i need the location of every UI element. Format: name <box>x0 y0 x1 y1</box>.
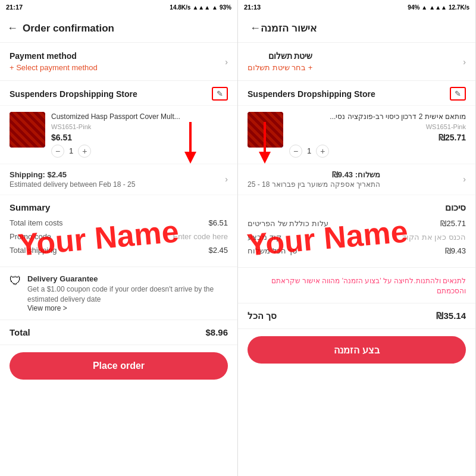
delivery-desc-right: לתנאים ולהתנות.לחיצה על 'בצוע הזמנה' מהו… <box>248 276 466 296</box>
total-value-right: ₪35.14 <box>436 311 466 321</box>
promo-value-left[interactable]: Enter code here <box>173 232 228 241</box>
total-row-right: סך הכל ₪35.14 <box>238 303 475 329</box>
total-shipping-value-left: $2.45 <box>208 246 228 255</box>
status-icons-left: 14.8K/s ▲▲▲ ▲ 93% <box>170 4 231 11</box>
product-name-left: Customized Hasp Passport Cover Mult... <box>51 112 228 122</box>
item-costs-row-left: Total item costs $6.51 <box>10 218 228 227</box>
shipping-chevron-left: › <box>225 174 228 184</box>
product-price-right: ₪25.71 <box>289 133 466 142</box>
battery-right: 94% <box>408 4 419 11</box>
promo-label-right: קוד מבצע <box>248 233 281 242</box>
store-name-left: Suspenders Dropshipping Store <box>10 89 137 99</box>
delivery-text-left: Delivery Guarantee Get a $1.00 coupon co… <box>27 274 228 313</box>
summary-section-left: Summary Total item costs $6.51 Promo cod… <box>0 195 237 267</box>
total-value-left: $8.96 <box>205 327 228 337</box>
item-costs-row-right: עלות כוללת של הפריטים ₪25.71 <box>248 219 466 228</box>
total-shipping-row-left: Total shipping $2.45 <box>10 246 228 255</box>
product-image-left <box>10 112 45 148</box>
store-header-left: Suspenders Dropshipping Store ✎ <box>0 81 237 106</box>
promo-row-left: Promo code Enter code here <box>10 232 228 241</box>
delivery-section-left: 🛡 Delivery Guarantee Get a $1.00 coupon … <box>0 267 237 321</box>
payment-link-right[interactable]: + בחר שיטת תשלום <box>248 63 312 72</box>
delivery-desc-left: Get a $1.00 coupon code if your order do… <box>27 284 228 305</box>
summary-title-left: Summary <box>10 202 228 212</box>
order-btn-wrap-right: בצע הזמנה <box>238 329 475 371</box>
speed-left: 14.8K/s <box>170 4 190 11</box>
total-shipping-label-left: Total shipping <box>10 246 57 255</box>
left-panel: 21:17 14.8K/s ▲▲▲ ▲ 93% ← Order confirma… <box>0 0 238 476</box>
payment-chevron-left: › <box>225 57 228 67</box>
total-shipping-label-right: סך הכל משלוח <box>248 246 297 255</box>
product-price-left: $6.51 <box>51 133 228 142</box>
product-sku-right: WS1651-Pink <box>289 123 466 130</box>
wifi-icon: ▲ <box>212 4 218 11</box>
product-details-right: מותאם אישית ‎2 דרכון כיסוי רב-פונקציה נס… <box>289 112 466 158</box>
product-row-left: Customized Hasp Passport Cover Mult... W… <box>0 106 237 164</box>
payment-section-left: Payment method + Select payment method › <box>0 43 237 81</box>
status-icons-right: 12.7K/s ▲▲▲ ▲ 94% <box>408 4 469 11</box>
payment-title-right: שיטת תשלום <box>248 51 312 61</box>
store-name-right: Suspenders Dropshipping Store <box>248 89 375 99</box>
qty-num-left: 1 <box>69 146 73 155</box>
qty-plus-left[interactable]: + <box>78 145 91 158</box>
promo-label-left: Promo code <box>10 232 51 241</box>
place-order-button-right[interactable]: בצע הזמנה <box>248 336 466 364</box>
total-label-left: Total <box>10 327 30 337</box>
item-costs-value-right: ₪25.71 <box>440 219 466 228</box>
page-title-right: אישור הזמנה <box>261 22 317 35</box>
view-more-left[interactable]: View more > <box>27 304 228 312</box>
total-shipping-value-right: ₪9.43 <box>445 246 466 255</box>
item-costs-label-left: Total item costs <box>10 218 63 227</box>
content-right: שיטת תשלום + בחר שיטת תשלום ‹ Suspenders… <box>238 43 475 476</box>
qty-control-right: − 1 + <box>289 145 466 158</box>
wifi-icon-right: ▲ <box>421 4 427 11</box>
product-row-right: מותאם אישית ‎2 דרכון כיסוי רב-פונקציה נס… <box>238 106 475 164</box>
place-order-button-left[interactable]: Place order <box>10 352 228 380</box>
store-header-right: Suspenders Dropshipping Store ✎ <box>238 81 475 106</box>
payment-chevron-right: ‹ <box>463 57 466 67</box>
content-left: Payment method + Select payment method ›… <box>0 43 237 476</box>
payment-link-left[interactable]: + Select payment method <box>10 63 98 72</box>
shipping-section-right: משלוח: ₪9.43 התאריך אספקה משוער בין פברו… <box>238 164 475 195</box>
payment-section-right: שיטת תשלום + בחר שיטת תשלום ‹ <box>238 43 475 81</box>
delivery-section-right: לתנאים ולהתנות.לחיצה על 'בצוע הזמנה' מהו… <box>238 267 475 304</box>
product-details-left: Customized Hasp Passport Cover Mult... W… <box>51 112 228 158</box>
item-costs-label-right: עלות כוללת של הפריטים <box>248 219 328 228</box>
promo-value-right[interactable]: הכנס כאן את הקוד <box>402 233 466 242</box>
shipping-section-left: Shipping: $2.45 Estimated delivery betwe… <box>0 164 237 195</box>
edit-icon-right[interactable]: ✎ <box>450 87 466 101</box>
qty-minus-left[interactable]: − <box>51 145 64 158</box>
back-button-right[interactable]: ← <box>250 22 261 35</box>
header-left: ← Order confirmation <box>0 14 237 43</box>
qty-num-right: 1 <box>307 146 311 155</box>
total-shipping-row-right: סך הכל משלוח ₪9.43 <box>248 246 466 255</box>
edit-icon-left[interactable]: ✎ <box>212 87 228 101</box>
payment-title-left: Payment method <box>10 51 98 61</box>
battery-left: 93% <box>220 4 231 11</box>
qty-plus-right[interactable]: + <box>316 145 329 158</box>
product-name-right: מותאם אישית ‎2 דרכון כיסוי רב-פונקציה נס… <box>289 112 466 122</box>
status-bar-right: 21:13 12.7K/s ▲▲▲ ▲ 94% <box>238 0 475 14</box>
qty-control-left: − 1 + <box>51 145 228 158</box>
total-label-right: סך הכל <box>248 311 277 321</box>
total-row-left: Total $8.96 <box>0 320 237 345</box>
status-bar-left: 21:17 14.8K/s ▲▲▲ ▲ 93% <box>0 0 237 14</box>
product-image-right <box>248 112 283 148</box>
right-panel: 21:13 12.7K/s ▲▲▲ ▲ 94% ← אישור הזמנה שי… <box>238 0 476 476</box>
summary-section-right: סיכום עלות כוללת של הפריטים ₪25.71 קוד מ… <box>238 195 475 267</box>
product-sku-left: WS1651-Pink <box>51 123 228 130</box>
qty-minus-right[interactable]: − <box>289 145 302 158</box>
back-button-left[interactable]: ← <box>7 22 18 35</box>
delivery-title-left: Delivery Guarantee <box>27 274 228 283</box>
speed-right: 12.7K/s <box>449 4 469 11</box>
shipping-date-left: Estimated delivery between Feb 18 - 25 <box>10 180 135 189</box>
delivery-icon-left: 🛡 <box>10 274 21 288</box>
summary-title-right: סיכום <box>248 202 466 213</box>
signal-icon: ▲▲▲ <box>192 4 210 11</box>
time-right: 21:13 <box>244 4 261 11</box>
shipping-chevron-right: ‹ <box>463 174 466 184</box>
shipping-label-right: משלוח: ₪9.43 <box>248 170 380 179</box>
delivery-text-right: לתנאים ולהתנות.לחיצה על 'בצוע הזמנה' מהו… <box>248 275 466 296</box>
payment-row-left: Payment method + Select payment method › <box>10 51 228 72</box>
time-left: 21:17 <box>6 4 23 11</box>
